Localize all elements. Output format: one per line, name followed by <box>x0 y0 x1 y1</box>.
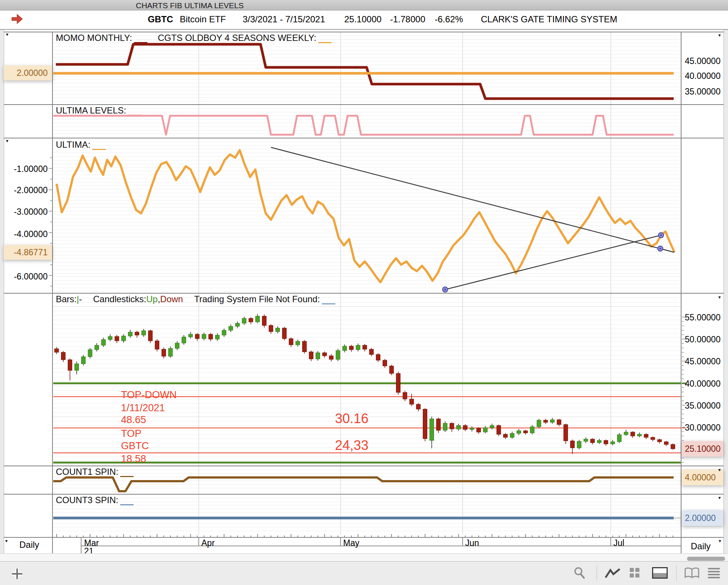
ultima-levels-underline[interactable] <box>128 109 141 116</box>
price-panel-legend: Bars: | - Candlesticks: Up , Down Tradin… <box>56 294 335 304</box>
month-label-apr: Apr <box>201 538 215 548</box>
xaxis-row-border <box>81 546 681 546</box>
count3-value: 2.00000 <box>685 513 716 523</box>
trading-system-underline[interactable] <box>322 297 335 304</box>
red-arrow-icon[interactable] <box>11 13 23 25</box>
price-dropdown-icon[interactable]: ▾ <box>718 295 721 300</box>
momo-label: MOMO MONTHLY: <box>56 33 132 43</box>
panel-count1 <box>52 466 681 493</box>
count3-value-badge: 2.00000 <box>682 510 724 526</box>
separator <box>4 104 724 105</box>
charting-app: CHARTS FIB ULTIMA LEVELS GBTC Bitcoin ET… <box>0 0 728 585</box>
symbol: GBTC <box>148 14 173 25</box>
y-label: 45.00000 <box>685 357 721 367</box>
momo-underline[interactable] <box>134 36 147 43</box>
period-selector-right[interactable]: Daily <box>691 541 711 552</box>
window-title: CHARTS FIB ULTIMA LEVELS <box>136 1 244 10</box>
ultima-value: -4.86771 <box>14 247 48 258</box>
separator <box>4 466 724 466</box>
ultima-header: ULTIMA: <box>56 140 106 150</box>
panel-ultima <box>52 138 681 292</box>
y-label: 35.00000 <box>685 401 721 411</box>
book-icon[interactable] <box>684 567 700 579</box>
period-selector-left[interactable]: Daily <box>19 540 39 550</box>
add-icon[interactable] <box>10 567 24 581</box>
momo-value-badge: 2.00000 <box>4 65 52 80</box>
current-price-badge: 25.10000 <box>682 441 724 457</box>
trend-line-icon[interactable] <box>604 568 621 579</box>
count3-header: COUNT3 SPIN: <box>56 495 134 505</box>
left-window-edge <box>0 30 4 561</box>
ultima-value-badge: -4.86771 <box>4 245 52 260</box>
y-label: 35.00000 <box>685 87 721 97</box>
annotation-top: TOP <box>121 428 141 439</box>
gridline-may <box>340 32 341 535</box>
y-label: -6.00000 <box>0 272 48 282</box>
momo-right-dropdown-icon[interactable]: ▾ <box>718 33 721 38</box>
separator <box>4 537 724 538</box>
momo-value: 2.00000 <box>17 68 48 78</box>
count1-underline[interactable] <box>120 470 134 477</box>
y-label: -3.00000 <box>0 207 48 217</box>
fib-label-24-33: 24,33 <box>335 438 368 453</box>
last-price: 25.10000 <box>344 14 381 25</box>
toolbar-separator <box>597 565 597 581</box>
separator <box>4 293 724 294</box>
menu-icon[interactable] <box>708 568 720 578</box>
separator <box>4 32 724 32</box>
count1-dropdown-icon[interactable]: ▾ <box>718 467 721 472</box>
y-label: -1.00000 <box>0 164 48 174</box>
price-change: -1.78000 <box>390 14 425 25</box>
plot-left-border <box>52 32 53 553</box>
count3-dropdown-icon[interactable]: ▾ <box>718 495 721 500</box>
count1-value: 4.00000 <box>685 473 716 483</box>
xaxis-cell-border <box>81 537 82 553</box>
date-range: 3/3/2021 - 7/15/2021 <box>243 14 325 25</box>
current-price: 25.10000 <box>685 444 721 454</box>
y-label: 45.00000 <box>685 56 721 66</box>
y-label: -2.00000 <box>0 185 48 195</box>
ultima-label: ULTIMA: <box>56 140 90 150</box>
candles-up-label: Up <box>146 294 158 304</box>
ultima-levels-header: ULTIMA LEVELS: <box>56 105 141 116</box>
period-left-dropdown-icon[interactable]: ▾ <box>5 538 8 543</box>
candlesticks-label: Candlesticks: <box>93 294 146 304</box>
toolbar-separator <box>676 565 677 581</box>
window-titlebar[interactable]: CHARTS FIB ULTIMA LEVELS <box>0 0 728 10</box>
chart-header: GBTC Bitcoin ETF 3/3/2021 - 7/15/2021 25… <box>0 10 728 30</box>
y-label: 40.00000 <box>685 71 721 81</box>
horizontal-scrollbar-thumb[interactable] <box>687 557 725 561</box>
annotation-48-65: 48.65 <box>121 414 146 426</box>
gridline-jun <box>462 32 463 535</box>
ultima-dropdown-icon[interactable]: ▾ <box>6 138 9 143</box>
annotation-18-58: 18.58 <box>121 453 146 465</box>
bars-dash: - <box>79 294 82 304</box>
xaxis-cell-border <box>462 537 463 546</box>
grid-view-icon[interactable] <box>630 568 639 578</box>
panel-count3 <box>52 495 681 534</box>
cgts-underline[interactable] <box>318 36 332 43</box>
y-label: 30.00000 <box>685 423 721 433</box>
annotation-date: 1/11/2021 <box>121 402 165 414</box>
momo-panel-header: MOMO MONTHLY: CGTS OLDBOY 4 SEASONS WEEK… <box>56 33 332 43</box>
search-icon[interactable] <box>573 566 586 580</box>
right-scroll-strip[interactable] <box>724 30 728 561</box>
ultima-levels-label: ULTIMA LEVELS: <box>56 105 126 116</box>
y-label: 50.00000 <box>685 335 721 345</box>
ultima-underline[interactable] <box>92 143 106 150</box>
momo-dropdown-icon[interactable]: ▾ <box>6 32 9 37</box>
period-right-dropdown-icon[interactable]: ▾ <box>719 538 721 543</box>
annotation-gbtc: GBTC <box>121 440 149 452</box>
xaxis-cell-border <box>610 537 611 546</box>
month-label-jun: Jun <box>465 538 479 548</box>
gridline-apr <box>198 32 199 535</box>
price-change-pct: -6.62% <box>435 14 463 25</box>
annotation-top-down: TOP-DOWN <box>121 389 177 401</box>
trading-system-label: Trading System File Not Found: <box>194 294 320 304</box>
panel-view-icon[interactable] <box>652 567 668 579</box>
y-label: 40.00000 <box>685 379 721 389</box>
count3-underline[interactable] <box>120 498 134 505</box>
plot-right-border <box>681 32 681 553</box>
count1-header: COUNT1 SPIN: <box>56 467 134 477</box>
candles-down-label: Down <box>160 294 183 304</box>
